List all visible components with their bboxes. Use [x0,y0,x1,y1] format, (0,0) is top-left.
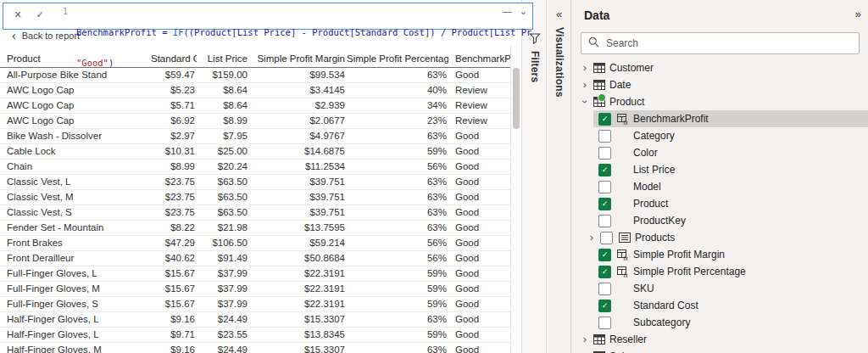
checkbox-unchecked[interactable] [598,215,611,227]
cell-benchmarkprofit: Good [448,297,510,311]
field-category[interactable]: Category [571,127,868,144]
field-products[interactable]: ›Products [571,229,868,246]
field-simple-profit-percentage[interactable]: ✓fxSimple Profit Percentage [571,263,868,280]
field-customer[interactable]: ›Customer [571,59,868,76]
table-row[interactable]: Front Brakes$47.29$106.50$59.21456%Good [0,236,510,251]
formula-input[interactable]: BenchmarkProfit = IF((Product[List Price… [68,3,532,88]
cell-list-price: $8.99 [197,114,249,128]
table-row[interactable]: Half-Finger Gloves, M$9.16$24.49$15.3307… [0,343,510,353]
back-arrow-icon: ‹ [12,31,16,41]
cell-simple-profit-percentage: 59% [347,144,448,159]
formula-bar-minimize-icon[interactable]: — [503,6,512,17]
field-color[interactable]: Color [571,144,868,161]
table-scrollbar[interactable] [510,45,522,353]
cell-benchmarkprofit: Good [448,144,510,159]
checkbox-checked[interactable]: ✓ [598,300,611,312]
table-row[interactable]: Chain$8.99$20.24$11.253456%Good [0,160,510,175]
checkbox-checked[interactable]: ✓ [598,164,611,176]
checkbox-unchecked[interactable] [598,147,611,160]
table-row[interactable]: Cable Lock$10.31$25.00$14.687559%Good [0,144,510,160]
checkbox-checked[interactable]: ✓ [598,198,611,210]
table-row[interactable]: Full-Finger Gloves, M$15.67$37.99$22.319… [0,282,510,297]
table-row[interactable]: Full-Finger Gloves, L$15.67$37.99$22.319… [0,266,510,282]
cell-simple-profit-percentage: 56% [347,160,448,174]
formula-token-plain: ((Product[List Price] - Product[Standard… [183,27,532,37]
table-row[interactable]: Front Derailleur$40.62$91.49$50.868456%G… [0,251,510,266]
cell-simple-profit-margin: $13.7595 [249,221,347,235]
formula-bar-expand-icon[interactable]: ⌄ [520,6,527,17]
cell-simple-profit-percentage: 63% [347,312,448,327]
visualizations-pane-label: Visualizations [554,27,565,98]
field-reseller[interactable]: ›Reseller [571,331,868,348]
cell-list-price: $23.55 [197,328,249,342]
field-standard-cost[interactable]: ✓Standard Cost [571,297,868,314]
checkbox-checked[interactable]: ✓ [598,249,611,261]
cell-product: Classic Vest, M [0,190,151,205]
formula-token-plain: BenchmarkProfit [76,27,162,37]
field-simple-profit-margin[interactable]: ✓fxSimple Profit Margin [571,246,868,263]
formula-line-number: 1 [46,3,68,16]
commit-formula-button[interactable]: ✓ [34,9,46,20]
table-row[interactable]: AWC Logo Cap$6.92$8.99$2.067723%Review [0,114,510,129]
table-row[interactable]: Bike Wash - Dissolver$2.97$7.95$4.976763… [0,129,510,144]
cell-standard-cost: $47.29 [151,236,197,250]
search-box[interactable] [581,32,860,54]
field-date[interactable]: ›Date [571,76,868,93]
field-productkey[interactable]: ProductKey [571,212,868,229]
table-row[interactable]: Half-Finger Gloves, L$9.16$24.49$15.3307… [0,312,510,328]
field-label: Products [635,232,675,244]
cell-list-price: $63.50 [197,205,249,220]
table-row[interactable]: Classic Vest, S$23.75$63.50$39.75163%Goo… [0,205,510,221]
field-label: List Price [633,164,675,176]
field-label: Reseller [609,333,647,345]
chevron-collapsed-icon[interactable]: › [580,63,590,73]
field-product[interactable]: ›Product [571,93,868,110]
fields-tree: ›Customer›Date›Product✓fxBenchmarkProfit… [571,59,868,353]
field-model[interactable]: Model [571,178,868,195]
chevron-collapsed-icon[interactable]: › [580,334,590,345]
discard-formula-button[interactable]: ✕ [12,9,24,20]
table-row[interactable]: Half-Finger Gloves, L$9.71$23.55$13.8345… [0,328,510,343]
field-label: Model [633,181,661,193]
table-row[interactable]: Fender Set - Mountain$8.22$21.98$13.7595… [0,221,510,236]
cell-standard-cost: $15.67 [151,282,197,296]
cell-list-price: $7.95 [197,129,249,143]
field-label: ProductKey [633,215,686,227]
table-row[interactable]: Full-Finger Gloves, S$15.67$37.99$22.319… [0,297,510,312]
field-subcategory[interactable]: Subcategory [571,314,868,331]
checkbox-checked[interactable]: ✓ [598,266,611,278]
cell-standard-cost: $23.75 [151,205,197,220]
table-icon [593,97,608,107]
cell-benchmarkprofit: Good [448,205,510,220]
checkbox-unchecked[interactable] [598,317,611,329]
field-product[interactable]: ✓Product [571,195,868,212]
chevron-expanded-icon[interactable]: › [580,97,590,107]
visualizations-pane-collapsed[interactable]: « Visualizations [546,0,571,353]
table-row[interactable]: AWC Logo Cap$5.71$8.64$2.93934%Review [0,98,510,114]
field-benchmarkprofit[interactable]: ✓fxBenchmarkProfit [571,110,868,127]
field-sales[interactable]: ›Sales [571,348,868,353]
field-sku[interactable]: SKU [571,280,868,297]
checkbox-unchecked[interactable] [600,232,613,244]
field-list-price[interactable]: ✓List Price [571,161,868,178]
checkbox-unchecked[interactable] [598,181,611,193]
formula-line-1: BenchmarkProfit = IF((Product[List Price… [76,27,532,37]
chevron-collapsed-icon[interactable]: › [587,233,597,243]
checkbox-unchecked[interactable] [598,130,611,143]
cell-list-price: $24.49 [197,312,249,327]
chevron-collapsed-icon[interactable]: › [580,80,590,90]
cell-benchmarkprofit: Good [448,190,510,205]
collapse-data-pane-icon[interactable]: » [855,8,861,20]
expand-visualizations-icon[interactable]: « [556,8,562,20]
search-input[interactable] [604,36,852,50]
table-row[interactable]: Classic Vest, M$23.75$63.50$39.75163%Goo… [0,190,510,205]
table-icon [593,63,608,73]
table-icon [593,80,608,90]
checkbox-unchecked[interactable] [598,283,611,295]
table-row[interactable]: Classic Vest, L$23.75$63.50$39.75163%Goo… [0,175,510,190]
checkbox-checked[interactable]: ✓ [598,113,611,126]
data-pane: Data » ›Customer›Date›Product✓fxBenchmar… [570,0,868,353]
cell-simple-profit-margin: $15.3307 [249,312,347,327]
cell-standard-cost: $8.22 [151,221,197,235]
cell-simple-profit-margin: $2.0677 [249,114,347,128]
